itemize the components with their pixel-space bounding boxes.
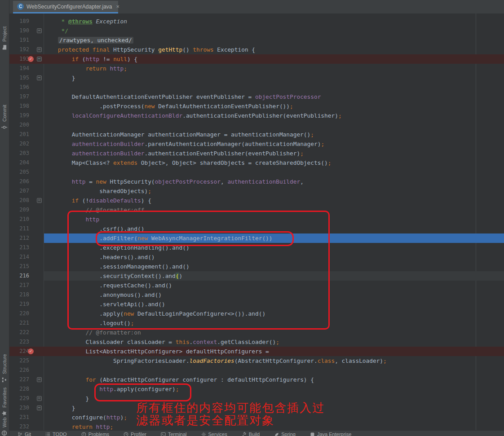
code-line-213[interactable]: 213 .exceptionHandling().and() bbox=[9, 243, 504, 252]
line-number[interactable]: 223 bbox=[9, 337, 29, 347]
line-number[interactable]: 197 bbox=[9, 92, 29, 101]
code-line-205[interactable]: 205 bbox=[9, 167, 504, 177]
code-line-193[interactable]: 193✓− if (http != null) { bbox=[9, 54, 504, 64]
statusbar-item-git[interactable]: Git bbox=[18, 432, 31, 436]
code-line-195[interactable]: 195− } bbox=[9, 73, 504, 83]
code-line-230[interactable]: 230− } bbox=[9, 403, 504, 413]
line-number[interactable]: 230 bbox=[9, 403, 29, 413]
statusbar-item-todo[interactable]: TODO bbox=[45, 432, 67, 436]
line-number[interactable]: 192 bbox=[9, 45, 29, 54]
code-line-219[interactable]: 219 .servletApi().and() bbox=[9, 299, 504, 309]
code-line-207[interactable]: 207 sharedObjects); bbox=[9, 186, 504, 196]
code-line-194[interactable]: 194 return http; bbox=[9, 64, 504, 73]
line-number[interactable]: 219 bbox=[9, 299, 29, 309]
line-number[interactable]: 201 bbox=[9, 130, 29, 139]
code-line-228[interactable]: 228 http.apply(configurer); bbox=[9, 384, 504, 394]
code-line-217[interactable]: 217 .requestCache().and() bbox=[9, 281, 504, 290]
code-line-216[interactable]: 216 .securityContext().and() bbox=[9, 271, 504, 281]
line-number[interactable]: 231 bbox=[9, 413, 29, 422]
stripe-button-web[interactable]: Web bbox=[1, 418, 7, 436]
statusbar-item-java-enterprise[interactable]: Java Enterprise bbox=[310, 432, 351, 436]
line-number[interactable]: 221 bbox=[9, 318, 29, 328]
line-number[interactable]: 207 bbox=[9, 186, 29, 196]
fold-icon[interactable]: − bbox=[37, 405, 42, 410]
code-line-225[interactable]: 225 SpringFactoriesLoader.loadFactories(… bbox=[9, 356, 504, 366]
line-number[interactable]: 208 bbox=[9, 196, 29, 205]
code-line-190[interactable]: 190− */ bbox=[9, 26, 504, 35]
fold-icon[interactable]: − bbox=[37, 396, 42, 401]
code-line-226[interactable]: 226 bbox=[9, 366, 504, 375]
code-line-204[interactable]: 204 Map<Class<? extends Object>, Object>… bbox=[9, 158, 504, 167]
breakpoint-icon[interactable]: ✓ bbox=[28, 348, 34, 354]
fold-icon[interactable]: − bbox=[37, 198, 42, 203]
line-number[interactable]: 214 bbox=[9, 252, 29, 262]
line-number[interactable]: 216 bbox=[9, 271, 29, 281]
breakpoint-icon[interactable]: ✓ bbox=[28, 56, 34, 62]
line-number[interactable]: 226 bbox=[9, 366, 29, 375]
code-line-224[interactable]: 224✓ List<AbstractHttpConfigurer> defaul… bbox=[9, 347, 504, 356]
line-number[interactable]: 200 bbox=[9, 120, 29, 130]
code-line-198[interactable]: 198 .postProcess(new DefaultAuthenticati… bbox=[9, 101, 504, 111]
code-line-227[interactable]: 227− for (AbstractHttpConfigurer configu… bbox=[9, 375, 504, 384]
line-number[interactable]: 196 bbox=[9, 83, 29, 92]
line-number[interactable]: 191 bbox=[9, 35, 29, 45]
statusbar-item-build[interactable]: Build bbox=[242, 432, 260, 436]
line-number[interactable]: 210 bbox=[9, 215, 29, 224]
fold-icon[interactable]: − bbox=[37, 28, 42, 33]
code-line-222[interactable]: 222 // @formatter:on bbox=[9, 328, 504, 337]
code-line-208[interactable]: 208− if (!disableDefaults) { bbox=[9, 196, 504, 205]
code-line-200[interactable]: 200 bbox=[9, 120, 504, 130]
line-number[interactable]: 193 bbox=[9, 54, 29, 64]
stripe-button-commit[interactable]: Commit bbox=[1, 105, 7, 130]
code-line-206[interactable]: 206 http = new HttpSecurity(objectPostPr… bbox=[9, 177, 504, 186]
code-line-221[interactable]: 221 .logout(); bbox=[9, 318, 504, 328]
line-number[interactable]: 215 bbox=[9, 262, 29, 271]
code-line-220[interactable]: 220 .apply(new DefaultLoginPageConfigure… bbox=[9, 309, 504, 318]
code-line-191[interactable]: 191 /rawtypes, unchecked/ bbox=[9, 35, 504, 45]
statusbar-item-spring[interactable]: Spring bbox=[274, 432, 296, 436]
statusbar-item-services[interactable]: Services bbox=[201, 432, 227, 436]
code-line-201[interactable]: 201 AuthenticationManager authentication… bbox=[9, 130, 504, 139]
line-number[interactable]: 189 bbox=[9, 17, 29, 26]
line-number[interactable]: 204 bbox=[9, 158, 29, 167]
line-number[interactable]: 217 bbox=[9, 281, 29, 290]
code-line-212[interactable]: 212 .addFilter(new WebAsyncManagerIntegr… bbox=[9, 233, 504, 243]
line-number[interactable]: 222 bbox=[9, 328, 29, 337]
close-icon[interactable]: × bbox=[116, 3, 120, 10]
line-number[interactable]: 232 bbox=[9, 422, 29, 430]
line-number[interactable]: 229 bbox=[9, 394, 29, 403]
tab-websecurityconfigureradapter[interactable]: C WebSecurityConfigurerAdapter.java × bbox=[13, 1, 118, 12]
line-number[interactable]: 199 bbox=[9, 111, 29, 120]
code-line-210[interactable]: 210 http bbox=[9, 215, 504, 224]
line-number[interactable]: 225 bbox=[9, 356, 29, 366]
line-number[interactable]: 194 bbox=[9, 64, 29, 73]
line-number[interactable]: 227 bbox=[9, 375, 29, 384]
line-number[interactable]: 211 bbox=[9, 224, 29, 233]
code-line-196[interactable]: 196 bbox=[9, 83, 504, 92]
stripe-button-structure[interactable]: Structure bbox=[1, 354, 7, 383]
line-number[interactable]: 190 bbox=[9, 26, 29, 35]
code-line-229[interactable]: 229− } bbox=[9, 394, 504, 403]
statusbar-item-terminal[interactable]: Terminal bbox=[161, 432, 187, 436]
fold-icon[interactable]: − bbox=[37, 377, 42, 382]
statusbar-item-profiler[interactable]: Profiler bbox=[124, 432, 146, 436]
line-number[interactable]: 205 bbox=[9, 167, 29, 177]
fold-icon[interactable]: − bbox=[37, 47, 42, 52]
code-line-211[interactable]: 211 .csrf().and() bbox=[9, 224, 504, 233]
line-number[interactable]: 212 bbox=[9, 233, 29, 243]
fold-icon[interactable]: − bbox=[37, 75, 42, 80]
code-line-197[interactable]: 197 DefaultAuthenticationEventPublisher … bbox=[9, 92, 504, 101]
code-line-215[interactable]: 215 .sessionManagement().and() bbox=[9, 262, 504, 271]
code-line-214[interactable]: 214 .headers().and() bbox=[9, 252, 504, 262]
code-line-189[interactable]: 189 * @throws Exception bbox=[9, 17, 504, 26]
line-number[interactable]: 213 bbox=[9, 243, 29, 252]
line-number[interactable]: 198 bbox=[9, 101, 29, 111]
code-line-202[interactable]: 202 authenticationBuilder.parentAuthenti… bbox=[9, 139, 504, 149]
line-number[interactable]: 220 bbox=[9, 309, 29, 318]
line-number[interactable]: 203 bbox=[9, 149, 29, 158]
statusbar-item-problems[interactable]: Problems bbox=[81, 432, 109, 436]
stripe-button-project[interactable]: Project bbox=[1, 26, 7, 50]
line-number[interactable]: 228 bbox=[9, 384, 29, 394]
code-line-231[interactable]: 231 configure(http); bbox=[9, 413, 504, 422]
fold-icon[interactable]: − bbox=[37, 57, 42, 62]
